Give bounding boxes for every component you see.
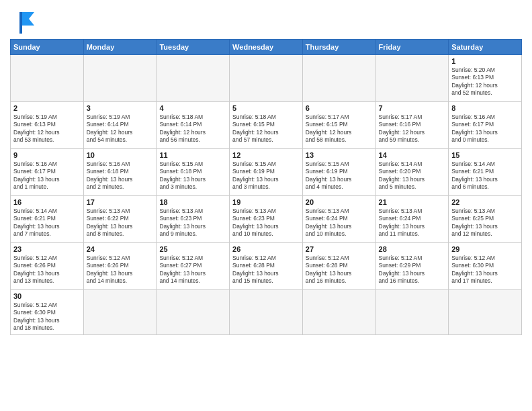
- day-info: Sunrise: 5:15 AM Sunset: 6:19 PM Dayligh…: [306, 161, 373, 191]
- calendar-day-cell: 2Sunrise: 5:19 AM Sunset: 6:13 PM Daylig…: [11, 102, 84, 149]
- calendar-day-cell: [157, 290, 230, 335]
- day-info: Sunrise: 5:15 AM Sunset: 6:19 PM Dayligh…: [232, 161, 300, 191]
- calendar-day-cell: 7Sunrise: 5:17 AM Sunset: 6:16 PM Daylig…: [375, 102, 449, 149]
- day-info: Sunrise: 5:18 AM Sunset: 6:14 PM Dayligh…: [159, 113, 226, 144]
- day-info: Sunrise: 5:19 AM Sunset: 6:13 PM Dayligh…: [13, 113, 81, 144]
- calendar-day-cell: 25Sunrise: 5:12 AM Sunset: 6:27 PM Dayli…: [157, 243, 230, 290]
- day-info: Sunrise: 5:13 AM Sunset: 6:22 PM Dayligh…: [87, 208, 154, 238]
- day-info: Sunrise: 5:18 AM Sunset: 6:15 PM Dayligh…: [232, 113, 300, 144]
- calendar-day-cell: 13Sunrise: 5:15 AM Sunset: 6:19 PM Dayli…: [302, 149, 375, 196]
- calendar-day-cell: [230, 290, 303, 335]
- calendar-week-row: 16Sunrise: 5:14 AM Sunset: 6:21 PM Dayli…: [11, 196, 522, 243]
- day-number: 13: [306, 151, 373, 159]
- calendar-day-cell: 24Sunrise: 5:12 AM Sunset: 6:26 PM Dayli…: [83, 243, 157, 290]
- svg-rect-2: [19, 12, 22, 34]
- calendar-day-cell: 16Sunrise: 5:14 AM Sunset: 6:21 PM Dayli…: [11, 196, 84, 243]
- day-number: 9: [13, 151, 81, 159]
- day-info: Sunrise: 5:12 AM Sunset: 6:26 PM Dayligh…: [13, 255, 81, 285]
- calendar-header-wednesday: Wednesday: [230, 40, 303, 55]
- svg-marker-1: [22, 12, 34, 26]
- calendar-day-cell: [375, 290, 449, 335]
- calendar-day-cell: 1Sunrise: 5:20 AM Sunset: 6:13 PM Daylig…: [449, 55, 522, 102]
- calendar-day-cell: 29Sunrise: 5:12 AM Sunset: 6:30 PM Dayli…: [449, 243, 522, 290]
- day-info: Sunrise: 5:13 AM Sunset: 6:24 PM Dayligh…: [379, 208, 446, 238]
- day-info: Sunrise: 5:12 AM Sunset: 6:29 PM Dayligh…: [379, 255, 446, 285]
- calendar-header-tuesday: Tuesday: [157, 40, 230, 55]
- calendar-day-cell: 22Sunrise: 5:13 AM Sunset: 6:25 PM Dayli…: [449, 196, 522, 243]
- day-number: 2: [13, 104, 81, 112]
- day-info: Sunrise: 5:14 AM Sunset: 6:21 PM Dayligh…: [451, 161, 519, 191]
- calendar-day-cell: [83, 55, 157, 102]
- calendar: SundayMondayTuesdayWednesdayThursdayFrid…: [10, 39, 522, 335]
- day-info: Sunrise: 5:12 AM Sunset: 6:27 PM Dayligh…: [159, 255, 226, 285]
- calendar-day-cell: [230, 55, 303, 102]
- calendar-day-cell: [302, 290, 375, 335]
- day-number: 28: [379, 245, 446, 253]
- day-info: Sunrise: 5:12 AM Sunset: 6:30 PM Dayligh…: [13, 302, 81, 332]
- calendar-day-cell: 3Sunrise: 5:19 AM Sunset: 6:14 PM Daylig…: [83, 102, 157, 149]
- page: SundayMondayTuesdayWednesdayThursdayFrid…: [0, 0, 532, 411]
- calendar-day-cell: 30Sunrise: 5:12 AM Sunset: 6:30 PM Dayli…: [11, 290, 84, 335]
- calendar-day-cell: 20Sunrise: 5:13 AM Sunset: 6:24 PM Dayli…: [302, 196, 375, 243]
- day-info: Sunrise: 5:12 AM Sunset: 6:26 PM Dayligh…: [87, 255, 154, 285]
- calendar-day-cell: 14Sunrise: 5:14 AM Sunset: 6:20 PM Dayli…: [375, 149, 449, 196]
- day-number: 19: [232, 198, 300, 206]
- calendar-day-cell: 21Sunrise: 5:13 AM Sunset: 6:24 PM Dayli…: [375, 196, 449, 243]
- header-area: [10, 7, 522, 34]
- day-number: 23: [13, 245, 81, 253]
- day-number: 26: [232, 245, 300, 253]
- day-info: Sunrise: 5:13 AM Sunset: 6:23 PM Dayligh…: [232, 208, 300, 238]
- calendar-day-cell: 9Sunrise: 5:16 AM Sunset: 6:17 PM Daylig…: [11, 149, 84, 196]
- calendar-header-friday: Friday: [375, 40, 449, 55]
- day-number: 17: [87, 198, 154, 206]
- day-number: 30: [13, 292, 81, 300]
- calendar-day-cell: [83, 290, 157, 335]
- day-info: Sunrise: 5:12 AM Sunset: 6:28 PM Dayligh…: [232, 255, 300, 285]
- calendar-header-thursday: Thursday: [302, 40, 375, 55]
- calendar-day-cell: 27Sunrise: 5:12 AM Sunset: 6:28 PM Dayli…: [302, 243, 375, 290]
- calendar-week-row: 2Sunrise: 5:19 AM Sunset: 6:13 PM Daylig…: [11, 102, 522, 149]
- day-info: Sunrise: 5:16 AM Sunset: 6:18 PM Dayligh…: [87, 161, 154, 191]
- day-info: Sunrise: 5:13 AM Sunset: 6:24 PM Dayligh…: [306, 208, 373, 238]
- calendar-day-cell: [375, 55, 449, 102]
- day-info: Sunrise: 5:16 AM Sunset: 6:17 PM Dayligh…: [451, 113, 519, 144]
- calendar-day-cell: [449, 290, 522, 335]
- day-info: Sunrise: 5:16 AM Sunset: 6:17 PM Dayligh…: [13, 161, 81, 191]
- calendar-day-cell: 15Sunrise: 5:14 AM Sunset: 6:21 PM Dayli…: [449, 149, 522, 196]
- day-info: Sunrise: 5:14 AM Sunset: 6:21 PM Dayligh…: [13, 208, 81, 238]
- calendar-day-cell: 18Sunrise: 5:13 AM Sunset: 6:23 PM Dayli…: [157, 196, 230, 243]
- calendar-week-row: 30Sunrise: 5:12 AM Sunset: 6:30 PM Dayli…: [11, 290, 522, 335]
- calendar-day-cell: [302, 55, 375, 102]
- calendar-day-cell: 4Sunrise: 5:18 AM Sunset: 6:14 PM Daylig…: [157, 102, 230, 149]
- calendar-day-cell: 28Sunrise: 5:12 AM Sunset: 6:29 PM Dayli…: [375, 243, 449, 290]
- day-number: 29: [451, 245, 519, 253]
- day-number: 25: [159, 245, 226, 253]
- day-info: Sunrise: 5:12 AM Sunset: 6:28 PM Dayligh…: [306, 255, 373, 285]
- calendar-header-sunday: Sunday: [11, 40, 84, 55]
- calendar-day-cell: 8Sunrise: 5:16 AM Sunset: 6:17 PM Daylig…: [449, 102, 522, 149]
- day-number: 3: [87, 104, 154, 112]
- day-number: 7: [379, 104, 446, 112]
- day-info: Sunrise: 5:17 AM Sunset: 6:16 PM Dayligh…: [379, 113, 446, 144]
- calendar-day-cell: 6Sunrise: 5:17 AM Sunset: 6:15 PM Daylig…: [302, 102, 375, 149]
- day-number: 22: [451, 198, 519, 206]
- day-number: 5: [232, 104, 300, 112]
- calendar-week-row: 9Sunrise: 5:16 AM Sunset: 6:17 PM Daylig…: [11, 149, 522, 196]
- day-number: 10: [87, 151, 154, 159]
- calendar-week-row: 1Sunrise: 5:20 AM Sunset: 6:13 PM Daylig…: [11, 55, 522, 102]
- calendar-header-monday: Monday: [83, 40, 157, 55]
- day-number: 4: [159, 104, 226, 112]
- calendar-header-saturday: Saturday: [449, 40, 522, 55]
- day-number: 8: [451, 104, 519, 112]
- calendar-day-cell: 5Sunrise: 5:18 AM Sunset: 6:15 PM Daylig…: [230, 102, 303, 149]
- calendar-day-cell: 23Sunrise: 5:12 AM Sunset: 6:26 PM Dayli…: [11, 243, 84, 290]
- day-number: 16: [13, 198, 81, 206]
- calendar-week-row: 23Sunrise: 5:12 AM Sunset: 6:26 PM Dayli…: [11, 243, 522, 290]
- day-number: 14: [379, 151, 446, 159]
- day-number: 21: [379, 198, 446, 206]
- calendar-day-cell: 26Sunrise: 5:12 AM Sunset: 6:28 PM Dayli…: [230, 243, 303, 290]
- calendar-day-cell: 10Sunrise: 5:16 AM Sunset: 6:18 PM Dayli…: [83, 149, 157, 196]
- day-number: 18: [159, 198, 226, 206]
- logo: [10, 9, 42, 34]
- logo-icon: [10, 9, 40, 34]
